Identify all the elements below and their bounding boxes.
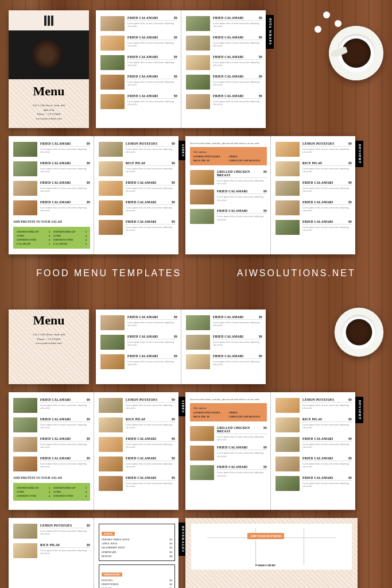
pita-tab: PITA WRAPS bbox=[266, 15, 274, 49]
cover-contact: 123 A 12th Street, Suite 456444 1234Phon… bbox=[33, 103, 65, 121]
smoothie-box: SMOOTHIE BANANA$5 FRUIT PUNCH$5 MANGO$5 bbox=[99, 564, 175, 588]
entrees-intro: Served with salad, tzatziki, pita bread … bbox=[190, 142, 267, 145]
entrees-page-2: ENTREES/PLATTERS Served with salad, tzat… bbox=[185, 392, 270, 510]
menu-title: Menu bbox=[33, 84, 65, 99]
entrees-dessert-spread-2: ENTREES/PLATTERS Served with salad, tzat… bbox=[185, 392, 355, 510]
sides-page: SIDES LEMON POTATOES$9Lorem ipsum dolor … bbox=[94, 136, 178, 254]
map-badge: ADD YOUR MAP HERE bbox=[247, 533, 284, 539]
row-4: SALAD/SOUPS FRIED CALAMARI$9Lorem ipsum … bbox=[9, 392, 383, 510]
coffee-cup-decoration-2 bbox=[335, 308, 384, 357]
title-banner: FOOD MENU TEMPLATES AIWSOLUTIONS.NET bbox=[9, 262, 383, 289]
dessert-page-2: DESSERT LEMON POTATOES$9Lorem ipsum dolo… bbox=[270, 392, 355, 510]
entrees-dessert-spread: ENTREES/PLATTERS Served with salad, tzat… bbox=[185, 136, 355, 254]
map-graphic: ADD YOUR MAP HERE PARKES HERE bbox=[191, 524, 352, 570]
protein-box-2: CHICKEN BREAST3CHICKEN BREAST3 GYRO4GYRO… bbox=[13, 483, 90, 501]
pita-wraps-page: PITA WRAPS FRIED CALAMARI$9Lorem ipsum d… bbox=[181, 10, 266, 128]
salad-page-2: SALAD/SOUPS FRIED CALAMARI$9Lorem ipsum … bbox=[9, 392, 94, 510]
salad-sides-spread-2: SALAD/SOUPS FRIED CALAMARI$9Lorem ipsum … bbox=[9, 392, 178, 510]
bottom-section: Menu 123 A 12th Street, Suite 456Phone: … bbox=[0, 299, 392, 588]
row-1: Menu 123 A 12th Street, Suite 456444 123… bbox=[9, 10, 383, 128]
row-2: SALAD/SOUPS FRIED CALAMARI$9Lorem ipsum … bbox=[9, 136, 383, 254]
utensils-icon bbox=[44, 16, 53, 26]
page-3a: FRIED CALAMARI$9Lorem ipsum dolor sit am… bbox=[96, 310, 181, 384]
protein-addon-box: CHICKEN BREAST3CHICKEN BREAST3 GYRO4GYRO… bbox=[13, 227, 90, 249]
appetizers-page: APPETIZERS FRIED CALAMARI$9Lorem ipsum d… bbox=[96, 10, 181, 128]
dessert-tab: DESSERT bbox=[355, 141, 363, 167]
side-options-box: Side options LEMON POTATOESFRIES RICE PI… bbox=[190, 147, 267, 165]
dessert-page: DESSERT LEMON POTATOES$9Lorem ipsum dolo… bbox=[270, 136, 355, 254]
map-page: ADD YOUR MAP HERE PARKES HERE bbox=[185, 518, 358, 588]
kids-page: KIDS LEMON POTATOES$9Lorem ipsum dolor s… bbox=[9, 518, 94, 588]
kids-beverages-spread: KIDS LEMON POTATOES$9Lorem ipsum dolor s… bbox=[9, 518, 178, 588]
appetizers-pita-spread: APPETIZERS FRIED CALAMARI$9Lorem ipsum d… bbox=[96, 10, 266, 128]
row-5: KIDS LEMON POTATOES$9Lorem ipsum dolor s… bbox=[9, 518, 383, 588]
menu-cover-alt: Menu 123 A 12th Street, Suite 456Phone: … bbox=[9, 310, 89, 384]
salad-sides-spread: SALAD/SOUPS FRIED CALAMARI$9Lorem ipsum … bbox=[9, 136, 178, 254]
coffee-cup-decoration bbox=[329, 26, 383, 80]
beverages-page: BEVERAGES JUICE FRESHLY FORCE JUICE$3 AP… bbox=[94, 518, 178, 588]
sides-page-2: SIDES LEMON POTATOES$9Lorem ipsum dolor … bbox=[94, 392, 178, 510]
cover-hero-image bbox=[9, 30, 89, 79]
banner-right: AIWSOLUTIONS.NET bbox=[237, 268, 356, 278]
protein-title: ADD PROTEIN TO YOUR SALAD bbox=[13, 220, 90, 223]
page-3b: FRIED CALAMARI$9Lorem ipsum dolor sit am… bbox=[181, 310, 266, 384]
top-section: Menu 123 A 12th Street, Suite 456444 123… bbox=[0, 0, 392, 299]
juice-box: JUICE FRESHLY FORCE JUICE$3 APPLE JUICE$… bbox=[99, 524, 175, 561]
entrees-page: ENTREES/PLATTERS Served with salad, tzat… bbox=[185, 136, 270, 254]
banner-left: FOOD MENU TEMPLATES bbox=[36, 268, 181, 278]
spread-3: FRIED CALAMARI$9Lorem ipsum dolor sit am… bbox=[96, 310, 266, 384]
row-3: Menu 123 A 12th Street, Suite 456Phone: … bbox=[9, 310, 383, 384]
salad-page: SALAD/SOUPS FRIED CALAMARI$9Lorem ipsum … bbox=[9, 136, 94, 254]
menu-cover-page: Menu 123 A 12th Street, Suite 456444 123… bbox=[9, 10, 89, 128]
